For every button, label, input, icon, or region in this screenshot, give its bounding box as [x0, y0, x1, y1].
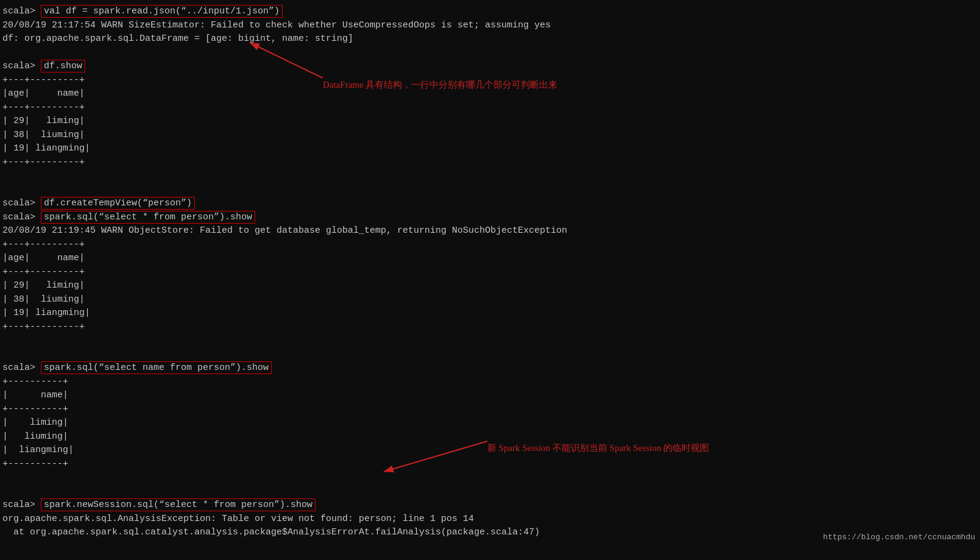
- annotation-newsession: 新 Spark Session 不能识别当前 Spark Session 的临时…: [487, 441, 709, 455]
- arrow-1: [231, 37, 353, 97]
- table1-row3: | 19| liangming|: [2, 142, 978, 156]
- cmd-df-show: df.show: [41, 60, 85, 73]
- annotation-dataframe: DataFrame 具有结构，一行中分别有哪几个部分可判断出来: [323, 78, 557, 92]
- table2-sep1: +---+---------+: [2, 238, 978, 252]
- arrow-2: [378, 441, 512, 490]
- blank-2: [2, 169, 978, 183]
- line-3: df: org.apache.spark.sql.DataFrame = [ag…: [2, 32, 978, 46]
- table2-row3: | 19| liangming|: [2, 307, 978, 321]
- svg-line-3: [384, 441, 487, 472]
- blank-5: [2, 348, 978, 362]
- prompt-6: scala>: [2, 500, 41, 510]
- line-warn2: 20/08/19 21:19:45 WARN ObjectStore: Fail…: [2, 224, 978, 238]
- cmd-1: val df = spark.read.json(“../input/1.jso…: [41, 5, 283, 18]
- prompt-2: scala>: [2, 61, 41, 71]
- table2-sep2: +---+---------+: [2, 266, 978, 280]
- cmd-select-star: spark.sql(“select * from person”).show: [41, 211, 255, 224]
- line-select-star: scala> spark.sql(“select * from person”)…: [2, 211, 978, 225]
- line-createtempview: scala> df.createTempView(“person”): [2, 197, 978, 211]
- table2-sep3: +---+---------+: [2, 321, 978, 335]
- table1-row1: | 29| liming|: [2, 115, 978, 129]
- cmd-createtempview: df.createTempView(“person”): [41, 197, 195, 210]
- table2-row1: | 29| liming|: [2, 279, 978, 293]
- cmd-select-name: spark.sql(“select name from person”).sho…: [41, 361, 272, 374]
- svg-line-1: [250, 43, 323, 78]
- prompt-3: scala>: [2, 198, 41, 208]
- table2-row2: | 38| liuming|: [2, 293, 978, 307]
- table1-sep3: +---+---------+: [2, 156, 978, 170]
- line-newsession: scala> spark.newSession.sql(“select * fr…: [2, 498, 978, 512]
- table3-sep1: +----------+: [2, 375, 978, 389]
- table3-row1: | liming|: [2, 416, 978, 430]
- line-2: 20/08/19 21:17:54 WARN SizeEstimator: Fa…: [2, 19, 978, 33]
- terminal: scala> val df = spark.read.json(“../inpu…: [0, 0, 980, 545]
- prompt-5: scala>: [2, 363, 41, 373]
- prompt-1: scala>: [2, 6, 41, 16]
- cmd-newsession: spark.newSession.sql(“select * from pers…: [41, 498, 316, 511]
- blank-3: [2, 183, 978, 197]
- line-select-name: scala> spark.sql(“select name from perso…: [2, 361, 978, 375]
- table1-row2: | 38| liuming|: [2, 129, 978, 143]
- line-1: scala> val df = spark.read.json(“../inpu…: [2, 5, 978, 19]
- table3-sep2: +----------+: [2, 403, 978, 417]
- prompt-4: scala>: [2, 212, 41, 222]
- blank-4: [2, 334, 978, 348]
- blank-1: [2, 46, 978, 60]
- table2-header: |age| name|: [2, 252, 978, 266]
- url-label: https://blog.csdn.net/ccnuacmhdu: [823, 531, 975, 544]
- table3-header: | name|: [2, 389, 978, 403]
- line-df-show: scala> df.show: [2, 60, 978, 74]
- line-error1: org.apache.spark.sql.AnalysisException: …: [2, 512, 978, 526]
- table1-sep2: +---+---------+: [2, 101, 978, 115]
